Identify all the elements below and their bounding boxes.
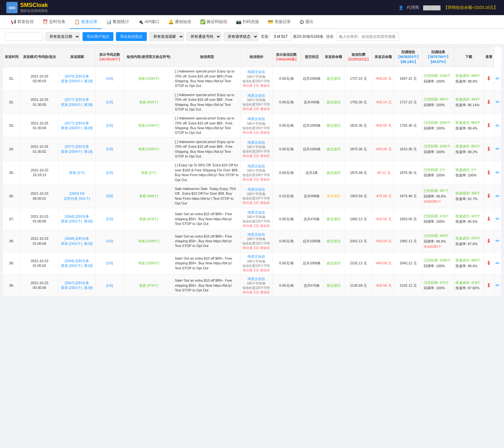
nav-stats[interactable]: 📊 数据统计 <box>102 15 134 29</box>
cell-before: 2042.12 元 <box>344 230 373 252</box>
nav-logout[interactable]: ⏻ 退出 <box>295 15 318 29</box>
cell-view[interactable]: ✏ <box>494 184 501 208</box>
view-icon[interactable]: ✏ <box>495 261 500 266</box>
view-icon[interactable]: ✏ <box>495 99 500 105</box>
nav-api[interactable]: 🔌 API接口 <box>134 15 164 29</box>
view-icon[interactable]: ✏ <box>495 238 500 244</box>
cell-task[interactable]: [2669] NX定时任务 [501个] <box>59 184 95 208</box>
schedule-icon: ⏰ <box>43 19 48 24</box>
cell-time: 2021-10-2301:00:06 <box>20 208 59 230</box>
download-icon[interactable]: ⬇ <box>486 260 491 266</box>
country-filter[interactable]: 所有发送国家 <box>149 32 184 41</box>
cell-task[interactable]: [2677] 定时任务群发 [2500个] -第3批 <box>59 90 95 114</box>
cell-deduct: -¥60.00 元 <box>373 114 394 138</box>
cell-status: 提交成功 <box>323 252 344 274</box>
cell-view[interactable]: ✏ <box>494 230 501 252</box>
view-icon[interactable]: ✏ <box>495 216 500 221</box>
cell-download[interactable]: ⬇ <box>484 114 494 138</box>
status-filter[interactable]: 所有请求状态 <box>224 32 258 41</box>
nav-recharge-records[interactable]: 💳 充值记录 <box>263 15 295 29</box>
channel-filter[interactable]: 所有通道号码 <box>186 32 221 41</box>
search-input[interactable] <box>336 32 399 41</box>
cell-report: 已经回调: 476个回调率: 100% <box>422 274 454 296</box>
view-icon[interactable]: ✏ <box>495 283 500 288</box>
download-icon[interactable]: ⬇ <box>486 99 491 105</box>
cell-view[interactable]: ✏ <box>494 67 501 91</box>
records-table-container: 发送时间 发送模式/号码批/批次 发送国家 发出号码总数【4678538个】 短… <box>3 47 501 297</box>
cell-view[interactable]: ✏ <box>494 137 501 161</box>
cell-valid: 有效 [476个] <box>124 208 173 230</box>
view-icon[interactable]: ✏ <box>495 76 500 81</box>
view-icon[interactable]: ✏ <box>495 193 500 199</box>
cell-download[interactable]: ⬇ <box>484 230 494 252</box>
download-icon[interactable]: ⬇ <box>486 75 491 82</box>
cell-result: 投递成功: 306个投递率: 62.7% <box>454 184 484 208</box>
cell-result: 投递成功: 876个投递率: 87.6% <box>454 230 484 252</box>
cell-view[interactable]: ✏ <box>494 161 501 185</box>
nav-verify[interactable]: ✅ 验证码短信 <box>196 15 232 29</box>
export-batch-button[interactable]: 导出短信批次 <box>116 32 147 41</box>
download-icon[interactable]: ⬇ <box>486 193 491 199</box>
cell-report: 已经回调: 1000个回调率: 100% <box>422 252 454 274</box>
view-icon[interactable]: ✏ <box>495 123 500 128</box>
th-before: 发送前余额 <box>323 47 344 67</box>
cell-content: Sale! Get an extra $10 off $89+. Free sh… <box>174 252 240 274</box>
th-deduct: 短信扣费【¥295326元】 <box>344 47 373 67</box>
view-icon[interactable]: ✏ <box>495 170 500 175</box>
th-report: 回调报告【4638253个】【99.14%】 <box>394 47 422 67</box>
cell-task[interactable]: 群发 [2个] <box>59 161 95 185</box>
cell-task[interactable]: [2668] 定时任务群发 [2501个] -第2批 <box>59 230 95 252</box>
cell-report: 已经回调: 487个回调率: 99.8%未知回调1个 <box>422 184 454 208</box>
cell-num: 30. <box>3 274 20 296</box>
cell-content: [ ] Halloween special price! Enjoy up to… <box>174 137 240 161</box>
download-icon[interactable]: ⬇ <box>486 122 491 129</box>
cell-task[interactable]: [2677] 定时任务群发 [2500个] -第1批 <box>59 137 95 161</box>
cell-task[interactable]: [2667] 定时任务群发 [2501个] -第3批 <box>59 274 95 296</box>
nav-records[interactable]: 📋 发送记录 <box>70 15 102 29</box>
th-after: 发送后余额 <box>373 47 394 67</box>
cell-download[interactable]: ⬇ <box>484 208 494 230</box>
cell-task[interactable]: [2677] 定时任务群发 [2500个] -第2批 <box>59 114 95 138</box>
cell-task[interactable]: [2668] 定时任务群发 [2501个] -第1批 <box>59 252 95 274</box>
th-result: 回调结果【3970790个】【84.87%】 <box>422 47 454 67</box>
cell-view[interactable]: ✏ <box>494 208 501 230</box>
logo-icon: SMS <box>6 2 18 13</box>
cell-view[interactable]: ✏ <box>494 90 501 114</box>
download-icon[interactable]: ⬇ <box>486 282 491 289</box>
cell-time: 2021-10-2300:30:06 <box>20 274 59 296</box>
cell-status: 提交成功 <box>323 137 344 161</box>
download-icon[interactable]: ⬇ <box>486 238 491 244</box>
cell-after: 1815.36 元 <box>394 137 422 161</box>
nav-notify[interactable]: 🔔 通知短信 <box>164 15 196 29</box>
task-id-input[interactable] <box>5 32 43 41</box>
download-icon[interactable]: ⬇ <box>486 146 491 152</box>
view-icon[interactable]: ✏ <box>495 146 500 152</box>
nav-schedule[interactable]: ⏰ 定时任务 <box>38 15 70 29</box>
cell-task[interactable]: [2676] 定时任务群发 [2500个] -第1批 <box>59 67 95 91</box>
date-filter[interactable]: 所有发送日期 <box>45 32 80 41</box>
notify-icon: 🔔 <box>168 19 174 24</box>
download-icon[interactable]: ⬇ <box>486 169 491 176</box>
cell-type: 纯英文短信160个字符/条短信长度156个字符拆分成【1】条短信 <box>240 114 272 138</box>
cell-before: 1815.36 元 <box>344 114 373 138</box>
cell-view[interactable]: ✏ <box>494 252 501 274</box>
cell-download[interactable]: ⬇ <box>484 161 494 185</box>
nav-recharge[interactable]: 📷 扫码充值 <box>232 15 263 29</box>
cell-download[interactable]: ⬇ <box>484 90 494 114</box>
export-users-button[interactable]: 导出用户批次 <box>83 32 113 41</box>
cell-download[interactable]: ⬇ <box>484 274 494 296</box>
nav-group-send[interactable]: 📢 群发短信 <box>6 15 38 29</box>
cell-report: 已经回调: 469个回调率: 100% <box>422 90 454 114</box>
cell-download[interactable]: ⬇ <box>484 137 494 161</box>
page-input[interactable] <box>270 32 292 41</box>
cell-num: 22. <box>3 90 20 114</box>
cell-task[interactable]: [2668] 定时任务群发 [2501个] -第3批 <box>59 208 95 230</box>
cell-view[interactable]: ✏ <box>494 114 501 138</box>
cell-download[interactable]: ⬇ <box>484 184 494 208</box>
cell-download[interactable]: ⬇ <box>484 252 494 274</box>
cell-view[interactable]: ✏ <box>494 274 501 296</box>
download-icon[interactable]: ⬇ <box>486 216 491 222</box>
cell-country: [US] <box>95 137 124 161</box>
cell-type: 纯英文短信160个字符/条短信长度147个字符拆分成【1】条短信 <box>240 184 272 208</box>
cell-download[interactable]: ⬇ <box>484 67 494 91</box>
